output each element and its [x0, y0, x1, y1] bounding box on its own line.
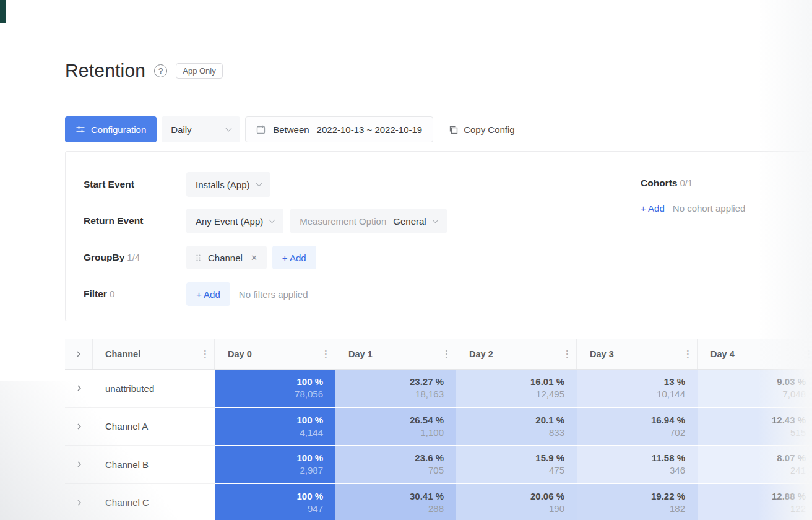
- channel-cell-label: Channel B: [105, 459, 149, 470]
- groupby-add-button[interactable]: + Add: [272, 246, 316, 269]
- retention-count: 122: [790, 503, 806, 515]
- retention-cell: 16.01 %12,495: [456, 370, 577, 408]
- day-column-header-label: Day 1: [348, 349, 373, 359]
- retention-count: 702: [670, 427, 685, 439]
- cohorts-add-button[interactable]: + Add: [641, 203, 665, 214]
- cohorts-label-text: Cohorts: [641, 178, 677, 188]
- retention-count: 2,987: [300, 464, 323, 477]
- measurement-option-value: General: [393, 216, 426, 227]
- retention-cell: 100 %78,056: [215, 370, 335, 408]
- kebab-menu-icon[interactable]: ⋮: [804, 349, 811, 360]
- retention-percentage: 100 %: [296, 452, 323, 464]
- start-event-select[interactable]: Installs (App): [186, 172, 270, 197]
- retention-cell: 8.07 %241: [698, 446, 812, 484]
- retention-count: 475: [549, 464, 564, 477]
- row-expand-cell[interactable]: [65, 446, 93, 484]
- date-range-value: 2022-10-13 ~ 2022-10-19: [317, 124, 423, 135]
- retention-cell: 30.41 %288: [335, 484, 456, 520]
- kebab-menu-icon[interactable]: ⋮: [683, 349, 691, 360]
- start-event-label: Start Event: [84, 179, 186, 190]
- chevron-right-icon: [76, 423, 83, 430]
- table-row: Channel A 100 %4,14426.54 %1,10020.1 %83…: [65, 408, 812, 446]
- start-event-value: Installs (App): [196, 180, 250, 190]
- app-only-badge: App Only: [176, 63, 222, 79]
- remove-tag-icon[interactable]: ✕: [251, 253, 257, 262]
- date-range-picker[interactable]: Between 2022-10-13 ~ 2022-10-19: [245, 116, 433, 142]
- retention-cell: 19.22 %182: [577, 484, 698, 520]
- panel-divider: [623, 161, 623, 313]
- filter-add-button[interactable]: + Add: [186, 282, 230, 306]
- help-icon[interactable]: ?: [154, 64, 167, 77]
- day-column-header: Day 0 ⋮: [215, 339, 335, 369]
- retention-cell: 100 %2,987: [215, 446, 335, 484]
- page-header: Retention ? App Only: [65, 60, 223, 81]
- groupby-tag-channel[interactable]: Channel ✕: [186, 246, 267, 269]
- retention-cell: 23.27 %18,163: [335, 370, 456, 408]
- copy-config-label: Copy Config: [464, 124, 515, 135]
- cohorts-row: + Add No cohort applied: [641, 203, 745, 214]
- measurement-option-select[interactable]: Measurement Option General: [290, 209, 446, 233]
- retention-count: 190: [549, 503, 564, 515]
- drag-handle-icon[interactable]: [196, 254, 201, 262]
- configuration-panel: Start Event Installs (App) Return Event …: [65, 151, 811, 321]
- retention-count: 12,495: [536, 388, 564, 401]
- channel-cell: Channel B: [93, 446, 215, 484]
- retention-cell: 12.43 %515: [698, 408, 812, 446]
- retention-count: 288: [428, 503, 444, 515]
- kebab-menu-icon[interactable]: ⋮: [201, 349, 208, 360]
- retention-percentage: 23.6 %: [415, 452, 444, 464]
- channel-cell-label: Channel A: [105, 421, 148, 431]
- date-mode-label: Between: [273, 124, 309, 135]
- filter-empty-text: No filters applied: [239, 289, 308, 300]
- day-column-header: Day 3 ⋮: [577, 339, 698, 369]
- retention-cell: 23.6 %705: [335, 446, 456, 484]
- retention-count: 947: [308, 503, 323, 515]
- retention-count: 4,144: [300, 427, 323, 439]
- return-event-label: Return Event: [84, 215, 186, 227]
- retention-count: 10,144: [657, 388, 685, 401]
- configuration-button[interactable]: Configuration: [65, 116, 157, 142]
- chevron-down-icon: [269, 217, 275, 223]
- channel-cell-label: Channel C: [105, 497, 149, 508]
- retention-cell: 11.58 %346: [577, 446, 698, 484]
- retention-percentage: 100 %: [296, 490, 323, 503]
- retention-count: 7,048: [782, 388, 806, 401]
- retention-percentage: 20.06 %: [530, 490, 564, 503]
- channel-cell-label: unattributed: [105, 383, 154, 394]
- page-title: Retention: [65, 60, 145, 81]
- groupby-row: GroupBy1/4 Channel ✕ + Add: [84, 245, 316, 270]
- chevron-right-icon: [76, 384, 83, 392]
- retention-count: 1,100: [420, 427, 444, 439]
- day-column-header: Day 4 ⋮: [698, 339, 812, 369]
- retention-percentage: 12.43 %: [772, 414, 806, 427]
- calendar-icon: [256, 125, 266, 134]
- toolbar: Configuration Daily Between 2022-10-13 ~…: [65, 116, 515, 142]
- return-event-select[interactable]: Any Event (App): [186, 209, 283, 233]
- day-column-header-label: Day 3: [590, 349, 614, 359]
- row-expand-cell[interactable]: [65, 484, 93, 520]
- kebab-menu-icon[interactable]: ⋮: [321, 349, 329, 360]
- cohorts-count: 0/1: [680, 178, 693, 188]
- retention-count: 18,163: [415, 388, 444, 401]
- copy-config-button[interactable]: Copy Config: [449, 124, 515, 135]
- expand-all-header[interactable]: [65, 339, 93, 369]
- retention-count: 346: [670, 464, 685, 477]
- retention-percentage: 13 %: [664, 376, 685, 388]
- chevron-down-icon: [432, 217, 438, 223]
- chevron-right-icon: [75, 350, 82, 358]
- retention-percentage: 19.22 %: [651, 490, 685, 503]
- granularity-select[interactable]: Daily: [162, 116, 240, 142]
- cohorts-section: Cohorts0/1 + Add No cohort applied: [641, 178, 745, 214]
- kebab-menu-icon[interactable]: ⋮: [563, 349, 570, 360]
- kebab-menu-icon[interactable]: ⋮: [442, 349, 449, 360]
- retention-count: 833: [549, 427, 564, 439]
- table-row: Channel B 100 %2,98723.6 %70515.9 %47511…: [65, 446, 812, 484]
- filter-label: Filter0: [84, 288, 186, 300]
- retention-cell: 9.03 %7,048: [698, 370, 812, 408]
- row-expand-cell[interactable]: [65, 370, 93, 408]
- retention-percentage: 15.9 %: [535, 452, 564, 464]
- retention-percentage: 9.03 %: [777, 376, 806, 388]
- retention-percentage: 30.41 %: [410, 490, 444, 503]
- filter-label-text: Filter: [84, 288, 107, 299]
- row-expand-cell[interactable]: [65, 408, 93, 446]
